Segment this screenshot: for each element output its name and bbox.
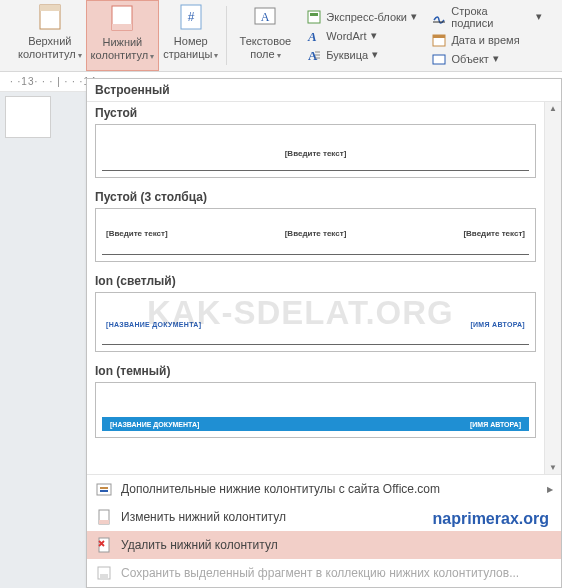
pageno-label-2: страницы bbox=[163, 48, 212, 60]
dropcap-button[interactable]: A Буквица▾ bbox=[303, 46, 420, 64]
footer-button[interactable]: Нижнийколонтитул▾ bbox=[86, 0, 160, 71]
placeholder-text: [ИМЯ АВТОРА] bbox=[470, 321, 525, 328]
object-button[interactable]: Объект▾ bbox=[428, 50, 545, 68]
scrollbar[interactable]: ▲ ▼ bbox=[544, 102, 561, 474]
chevron-down-icon: ▾ bbox=[150, 52, 154, 61]
placeholder-text: [Введите текст] bbox=[285, 229, 347, 238]
menu-label: Изменить нижний колонтитул bbox=[121, 510, 286, 524]
menu-more-office[interactable]: Дополнительные нижние колонтитулы с сайт… bbox=[87, 475, 561, 503]
textbox-label-1: Текстовое bbox=[240, 35, 292, 47]
gallery-title: Ion (темный) bbox=[95, 364, 536, 378]
placeholder-text: [ИМЯ АВТОРА] bbox=[470, 421, 521, 428]
chevron-right-icon: ▶ bbox=[547, 485, 553, 494]
page-footer-icon bbox=[110, 5, 134, 35]
svg-rect-8 bbox=[308, 11, 320, 23]
svg-rect-1 bbox=[40, 5, 60, 11]
chevron-down-icon: ▾ bbox=[214, 51, 218, 60]
header-button[interactable]: Верхнийколонтитул▾ bbox=[14, 0, 86, 71]
object-label: Объект bbox=[451, 53, 488, 65]
wordart-label: WordArt bbox=[326, 30, 366, 42]
object-icon bbox=[431, 51, 447, 67]
page-column bbox=[0, 92, 56, 588]
menu-remove-footer[interactable]: Удалить нижний колонтитул bbox=[87, 531, 561, 559]
chevron-down-icon: ▾ bbox=[493, 52, 499, 65]
gallery-preview: [Введите текст] bbox=[95, 124, 536, 178]
gallery-preview: [НАЗВАНИЕ ДОКУМЕНТА] [ИМЯ АВТОРА] bbox=[95, 292, 536, 352]
footer-gallery-panel: Встроенный Пустой [Введите текст] Пустой… bbox=[86, 78, 562, 588]
page-header-icon bbox=[38, 4, 62, 34]
document-area: Встроенный Пустой [Введите текст] Пустой… bbox=[0, 92, 562, 588]
footer-label-2: колонтитул bbox=[91, 49, 149, 61]
header-label-2: колонтитул bbox=[18, 48, 76, 60]
svg-rect-17 bbox=[100, 490, 108, 492]
placeholder-text: [НАЗВАНИЕ ДОКУМЕНТА] bbox=[110, 421, 199, 428]
signature-line-button[interactable]: Строка подписи▾ bbox=[428, 4, 545, 30]
gallery-title: Пустой bbox=[95, 106, 536, 120]
page-number-button[interactable]: # Номерстраницы▾ bbox=[159, 0, 222, 71]
wordart-button[interactable]: A WordArt▾ bbox=[303, 27, 420, 45]
gallery-item-ion-light[interactable]: Ion (светлый) [НАЗВАНИЕ ДОКУМЕНТА] [ИМЯ … bbox=[87, 270, 544, 360]
page-number-icon: # bbox=[179, 4, 203, 34]
gallery-title: Ion (светлый) bbox=[95, 274, 536, 288]
placeholder-text: [Введите текст] bbox=[463, 229, 525, 238]
gallery-title: Пустой (3 столбца) bbox=[95, 190, 536, 204]
scroll-down-icon[interactable]: ▼ bbox=[549, 463, 557, 472]
menu-edit-footer[interactable]: Изменить нижний колонтитул bbox=[87, 503, 561, 531]
svg-rect-13 bbox=[433, 35, 445, 38]
page-icon bbox=[95, 508, 113, 526]
datetime-label: Дата и время bbox=[451, 34, 519, 46]
separator bbox=[226, 6, 227, 65]
svg-rect-9 bbox=[310, 13, 318, 16]
svg-rect-14 bbox=[433, 55, 445, 64]
menu-bottom: Дополнительные нижние колонтитулы с сайт… bbox=[87, 474, 561, 587]
menu-label: Сохранить выделенный фрагмент в коллекци… bbox=[121, 566, 519, 580]
signature-label: Строка подписи bbox=[451, 5, 532, 29]
svg-rect-22 bbox=[100, 574, 108, 578]
svg-rect-3 bbox=[112, 24, 132, 30]
gallery-item-ion-dark[interactable]: Ion (темный) [НАЗВАНИЕ ДОКУМЕНТА] [ИМЯ А… bbox=[87, 360, 544, 446]
pageno-label-1: Номер bbox=[174, 35, 208, 47]
menu-label: Удалить нижний колонтитул bbox=[121, 538, 278, 552]
header-label-1: Верхний bbox=[28, 35, 71, 47]
save-icon bbox=[95, 564, 113, 582]
quick-parts-button[interactable]: Экспресс-блоки▾ bbox=[303, 8, 420, 26]
gallery-scroll: Пустой [Введите текст] Пустой (3 столбца… bbox=[87, 102, 561, 474]
gallery-item-empty[interactable]: Пустой [Введите текст] bbox=[87, 102, 544, 186]
chevron-down-icon: ▾ bbox=[371, 29, 377, 42]
textbox-icon: A bbox=[253, 4, 277, 34]
svg-rect-15 bbox=[97, 484, 111, 495]
chevron-down-icon: ▾ bbox=[78, 51, 82, 60]
page-delete-icon bbox=[95, 536, 113, 554]
svg-rect-19 bbox=[99, 520, 109, 524]
menu-label: Дополнительные нижние колонтитулы с сайт… bbox=[121, 482, 440, 496]
chevron-down-icon: ▾ bbox=[372, 48, 378, 61]
placeholder-text: [Введите текст] bbox=[285, 149, 347, 158]
datetime-button[interactable]: Дата и время bbox=[428, 31, 545, 49]
signature-icon bbox=[431, 9, 447, 25]
svg-text:A: A bbox=[307, 29, 317, 43]
chevron-down-icon: ▾ bbox=[277, 51, 281, 60]
page-preview bbox=[5, 96, 51, 138]
wordart-icon: A bbox=[306, 28, 322, 44]
office-icon bbox=[95, 480, 113, 498]
gallery-item-3col[interactable]: Пустой (3 столбца) [Введите текст] [Введ… bbox=[87, 186, 544, 270]
dropcap-label: Буквица bbox=[326, 49, 368, 61]
gallery-preview: [НАЗВАНИЕ ДОКУМЕНТА] [ИМЯ АВТОРА] bbox=[95, 382, 536, 438]
footer-label-1: Нижний bbox=[102, 36, 142, 48]
scroll-up-icon[interactable]: ▲ bbox=[549, 104, 557, 113]
svg-text:A: A bbox=[261, 10, 270, 24]
quick-parts-label: Экспресс-блоки bbox=[326, 11, 407, 23]
placeholder-text: [Введите текст] bbox=[106, 229, 168, 238]
blue-bar: [НАЗВАНИЕ ДОКУМЕНТА] [ИМЯ АВТОРА] bbox=[102, 417, 529, 431]
gallery-preview: [Введите текст] [Введите текст] [Введите… bbox=[95, 208, 536, 262]
svg-text:#: # bbox=[187, 10, 194, 24]
chevron-down-icon: ▾ bbox=[411, 10, 417, 23]
svg-rect-16 bbox=[100, 487, 108, 489]
textbox-label-2: поле bbox=[250, 48, 274, 60]
textbox-button[interactable]: A Текстовоеполе▾ bbox=[231, 0, 299, 71]
placeholder-text: [НАЗВАНИЕ ДОКУМЕНТА] bbox=[106, 321, 201, 328]
quick-parts-icon bbox=[306, 9, 322, 25]
calendar-icon bbox=[431, 32, 447, 48]
ribbon: Верхнийколонтитул▾ Нижнийколонтитул▾ # Н… bbox=[0, 0, 562, 72]
menu-save-selection: Сохранить выделенный фрагмент в коллекци… bbox=[87, 559, 561, 587]
